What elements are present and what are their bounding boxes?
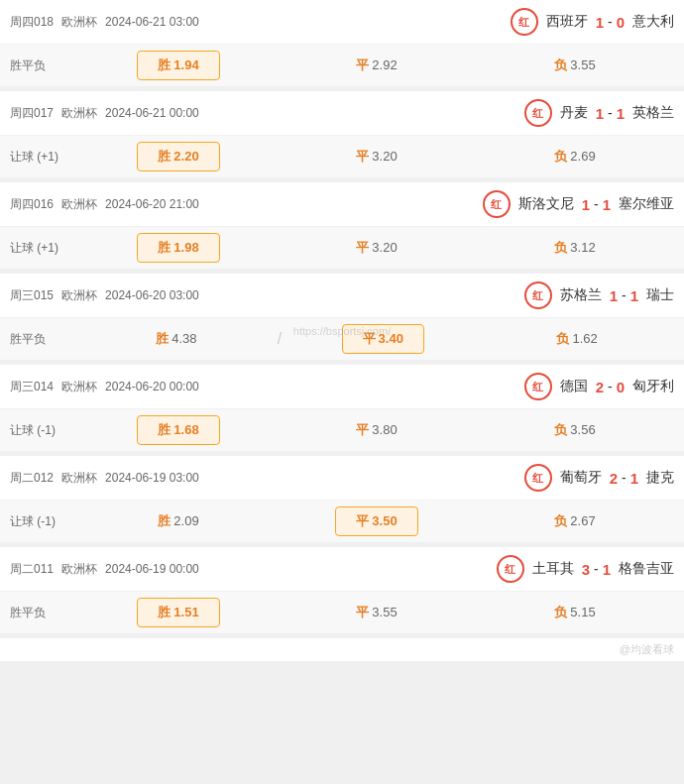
draw-cell[interactable]: 平3.50 <box>278 506 476 536</box>
team-home: 土耳其 <box>532 560 574 578</box>
lose-odds[interactable]: 负1.62 <box>536 325 617 353</box>
score-dash: - <box>622 470 627 486</box>
score: 1 - 1 <box>610 287 638 304</box>
win-cell[interactable]: 胜1.98 <box>79 233 278 263</box>
score-dash: - <box>608 14 613 30</box>
odds-type: 胜平负 <box>10 331 79 348</box>
win-cell[interactable]: 胜1.94 <box>79 51 278 80</box>
draw-odds[interactable]: 平3.80 <box>336 416 416 444</box>
odds-type: 胜平负 <box>10 57 79 74</box>
lose-cell[interactable]: 负1.62 <box>480 325 674 353</box>
lose-cell[interactable]: 负5.15 <box>476 599 674 626</box>
lose-odds[interactable]: 负2.67 <box>534 507 615 535</box>
match-league: 欧洲杯 <box>61 196 97 213</box>
win-odds[interactable]: 胜1.51 <box>137 598 219 627</box>
match-header-015: 周三015 欧洲杯 2024-06-20 03:00 红 苏格兰 1 - 1 瑞… <box>0 274 684 318</box>
red-badge: 红 <box>524 464 552 492</box>
match-block-017: 周四017 欧洲杯 2024-06-21 00:00 红 丹麦 1 - 1 英格… <box>0 91 684 178</box>
odds-row-015: 胜平负 胜4.38 / 平3.40 负1.62 <box>0 318 684 361</box>
draw-odds[interactable]: 平3.40 <box>342 324 424 354</box>
match-league: 欧洲杯 <box>61 14 97 31</box>
match-time: 2024-06-21 03:00 <box>105 15 199 29</box>
red-badge: 红 <box>524 373 552 400</box>
lose-cell[interactable]: 负3.55 <box>476 52 674 79</box>
red-badge: 红 <box>511 8 538 36</box>
match-block-015: 周三015 欧洲杯 2024-06-20 03:00 红 苏格兰 1 - 1 瑞… <box>0 274 684 361</box>
score-dash: - <box>622 287 627 303</box>
win-odds[interactable]: 胜1.98 <box>137 233 219 263</box>
lose-label: 负 <box>554 422 567 437</box>
odds-row-016: 让球 (+1) 胜1.98 平3.20 负3.12 <box>0 227 684 270</box>
red-badge: 红 <box>524 281 552 309</box>
lose-label: 负 <box>556 331 569 346</box>
match-info: 周四018 欧洲杯 2024-06-21 03:00 <box>10 14 503 31</box>
lose-label: 负 <box>554 149 567 164</box>
draw-odds[interactable]: 平3.55 <box>336 599 416 626</box>
red-badge: 红 <box>524 99 552 127</box>
match-day: 周二011 <box>10 561 54 578</box>
team-away: 塞尔维亚 <box>619 195 674 213</box>
lose-cell[interactable]: 负2.69 <box>476 143 674 170</box>
draw-odds[interactable]: 平2.92 <box>336 52 416 79</box>
red-badge: 红 <box>497 555 524 583</box>
lose-odds[interactable]: 负5.15 <box>534 599 615 626</box>
match-time: 2024-06-21 00:00 <box>105 106 199 120</box>
win-label: 胜 <box>158 605 171 619</box>
odds-row-014: 让球 (-1) 胜1.68 平3.80 负3.56 <box>0 409 684 452</box>
win-cell[interactable]: 胜4.38 <box>79 325 274 353</box>
match-header-012: 周二012 欧洲杯 2024-06-19 03:00 红 葡萄牙 2 - 1 捷… <box>0 456 684 501</box>
score-away: 0 <box>617 14 625 31</box>
lose-cell[interactable]: 负3.56 <box>476 416 674 444</box>
draw-cell[interactable]: 平3.80 <box>278 416 476 444</box>
match-info: 周三015 欧洲杯 2024-06-20 03:00 <box>10 287 516 304</box>
draw-odds[interactable]: 平3.20 <box>336 143 416 170</box>
win-odds[interactable]: 胜1.94 <box>137 51 219 80</box>
draw-cell[interactable]: 平3.55 <box>278 599 476 626</box>
match-league: 欧洲杯 <box>61 561 97 578</box>
team-away: 捷克 <box>646 469 674 487</box>
score-away: 1 <box>603 196 611 213</box>
team-away: 瑞士 <box>646 286 674 304</box>
team-home: 丹麦 <box>560 104 588 122</box>
match-time: 2024-06-19 03:00 <box>105 471 199 485</box>
draw-odds[interactable]: 平3.20 <box>336 234 416 262</box>
match-info: 周二012 欧洲杯 2024-06-19 03:00 <box>10 470 516 487</box>
lose-cell[interactable]: 负3.12 <box>476 234 674 262</box>
score-home: 2 <box>610 470 618 487</box>
draw-cell[interactable]: 平3.20 <box>278 234 476 262</box>
bottom-watermark: @均波看球 <box>0 638 684 661</box>
lose-odds[interactable]: 负3.56 <box>534 416 615 444</box>
lose-odds[interactable]: 负3.12 <box>534 234 615 262</box>
match-teams: 苏格兰 1 - 1 瑞士 <box>560 286 674 304</box>
win-cell[interactable]: 胜1.51 <box>79 598 278 627</box>
score: 1 - 1 <box>596 105 625 122</box>
lose-odds[interactable]: 负3.55 <box>534 52 615 79</box>
win-odds[interactable]: 胜2.20 <box>137 142 219 171</box>
score-away: 1 <box>630 470 638 487</box>
odds-type: 让球 (-1) <box>10 422 79 439</box>
lose-label: 负 <box>554 240 567 255</box>
odds-row-012: 让球 (-1) 胜2.09 平3.50 负2.67 <box>0 501 684 543</box>
win-label: 胜 <box>158 149 171 164</box>
team-away: 匈牙利 <box>632 378 674 395</box>
team-away: 意大利 <box>632 13 674 31</box>
match-header-016: 周四016 欧洲杯 2024-06-20 21:00 红 斯洛文尼 1 - 1 … <box>0 182 684 227</box>
lose-odds[interactable]: 负2.69 <box>534 143 615 170</box>
match-header-011: 周二011 欧洲杯 2024-06-19 00:00 红 土耳其 3 - 1 格… <box>0 547 684 592</box>
team-home: 西班牙 <box>546 13 588 31</box>
draw-cell[interactable]: 平3.40 <box>285 324 480 354</box>
draw-cell[interactable]: 平2.92 <box>278 52 476 79</box>
win-cell[interactable]: 胜2.20 <box>79 142 278 171</box>
score-home: 1 <box>582 196 590 213</box>
odds-row-018: 胜平负 胜1.94 平2.92 负3.55 <box>0 45 684 87</box>
win-odds[interactable]: 胜2.09 <box>138 507 218 535</box>
win-label: 胜 <box>158 513 171 528</box>
win-odds[interactable]: 胜1.68 <box>137 415 219 445</box>
draw-odds[interactable]: 平3.50 <box>335 506 417 536</box>
odds-row-017: 让球 (+1) 胜2.20 平3.20 负2.69 <box>0 136 684 178</box>
win-odds[interactable]: 胜4.38 <box>136 325 216 353</box>
win-cell[interactable]: 胜1.68 <box>79 415 278 445</box>
win-cell[interactable]: 胜2.09 <box>79 507 278 535</box>
draw-cell[interactable]: 平3.20 <box>278 143 476 170</box>
lose-cell[interactable]: 负2.67 <box>476 507 674 535</box>
